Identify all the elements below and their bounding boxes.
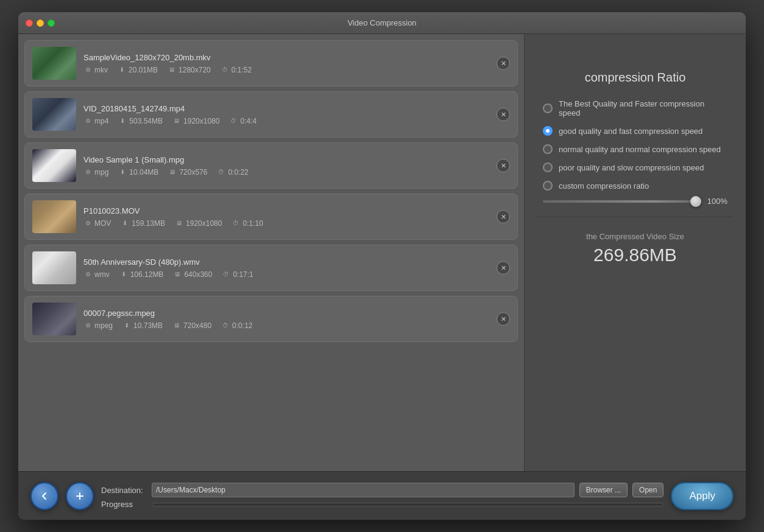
radio-circle-custom[interactable] [543,181,553,191]
resolution-value: 640x360 [184,270,212,279]
back-button[interactable] [30,482,58,510]
radio-option-good[interactable]: good quality and fast compression speed [543,126,727,136]
file-info: Video Sample 1 (Small).mpg ⚙ mpg ⬇ 10.04… [83,155,489,177]
format-icon: ⚙ [83,270,92,279]
size-icon: ⬇ [121,219,129,228]
minimize-window-button[interactable] [37,19,44,27]
resolution-icon: 🖥 [172,117,181,125]
duration-value: 0:1:10 [242,219,263,228]
file-thumbnail [32,303,76,335]
main-window: Video Compression SampleVideo_1280x720_2… [18,12,746,520]
duration-value: 0:1:52 [232,66,252,74]
radio-label-poor: poor quality and slow compression speed [559,163,704,172]
size-meta: ⬇ 159.13MB [121,219,165,228]
radio-option-poor[interactable]: poor quality and slow compression speed [543,163,727,172]
file-info: 00007.pegssc.mpeg ⚙ mpeg ⬇ 10.73MB 🖥 720… [83,309,489,330]
divider [537,217,734,217]
file-thumbnail [32,251,76,284]
file-item: P1010023.MOV ⚙ MOV ⬇ 159.13MB 🖥 1920x108… [24,194,518,240]
file-item: 00007.pegssc.mpeg ⚙ mpeg ⬇ 10.73MB 🖥 720… [24,296,518,342]
format-meta: ⚙ mpg [83,168,108,177]
duration-value: 0:0:12 [232,321,252,330]
apply-button[interactable]: Apply [671,482,734,510]
file-meta: ⚙ mpeg ⬇ 10.73MB 🖥 720x480 ⏱ 0:0:12 [83,321,489,330]
file-item: 50th Anniversary-SD (480p).wmv ⚙ wmv ⬇ 1… [24,245,518,291]
radio-label-best: The Best Quality and Faster compression … [559,99,727,117]
format-value: MOV [94,219,111,228]
duration-meta: ⏱ 0:0:12 [221,321,252,330]
file-meta: ⚙ mp4 ⬇ 503.54MB 🖥 1920x1080 ⏱ 0:4:4 [83,117,489,125]
resolution-icon: 🖥 [172,321,181,330]
resolution-icon: 🖥 [168,168,177,177]
size-value: 159.13MB [132,219,165,228]
duration-meta: ⏱ 0:1:52 [221,66,252,74]
radio-option-custom[interactable]: custom compression ratio [543,181,727,191]
resolution-icon: 🖥 [168,66,176,74]
radio-label-good: good quality and fast compression speed [559,127,702,136]
duration-icon: ⏱ [221,321,230,330]
remove-file-button[interactable]: ✕ [497,108,510,121]
resolution-icon: 🖥 [173,270,182,279]
remove-file-button[interactable]: ✕ [497,159,510,172]
compression-slider-track[interactable] [543,200,701,203]
size-value: 106.12MB [130,270,164,279]
file-name: VID_20180415_142749.mp4 [83,104,489,113]
file-thumbnail [32,47,76,80]
progress-row: Progress [101,500,663,509]
size-meta: ⬇ 503.54MB [118,117,163,125]
file-meta: ⚙ MOV ⬇ 159.13MB 🖥 1920x1080 ⏱ 0:1:10 [83,219,489,228]
add-button[interactable] [66,482,94,510]
open-button[interactable]: Open [632,483,663,497]
resolution-value: 1280x720 [179,66,211,74]
compression-slider-thumb[interactable] [690,196,701,207]
format-icon: ⚙ [83,219,92,228]
radio-label-custom: custom compression ratio [559,181,649,191]
resolution-meta: 🖥 640x360 [173,270,212,279]
radio-label-normal: normal quality and normal compression sp… [559,145,721,154]
compressed-size-value: 269.86MB [593,245,677,265]
resolution-value: 1920x1080 [183,117,219,125]
duration-icon: ⏱ [229,117,238,125]
close-window-button[interactable] [26,19,33,27]
maximize-window-button[interactable] [48,19,55,27]
file-info: P1010023.MOV ⚙ MOV ⬇ 159.13MB 🖥 1920x108… [83,206,489,228]
size-meta: ⬇ 20.01MB [118,66,158,74]
duration-icon: ⏱ [222,270,230,279]
progress-label: Progress [101,500,147,509]
titlebar: Video Compression [18,12,746,34]
format-icon: ⚙ [83,66,92,74]
file-info: VID_20180415_142749.mp4 ⚙ mp4 ⬇ 503.54MB… [83,104,489,125]
remove-file-button[interactable]: ✕ [497,261,510,275]
resolution-value: 720x480 [183,321,211,330]
file-item: SampleVideo_1280x720_20mb.mkv ⚙ mkv ⬇ 20… [24,40,518,86]
size-icon: ⬇ [122,321,131,330]
format-meta: ⚙ MOV [83,219,111,228]
duration-meta: ⏱ 0:4:4 [229,117,256,125]
format-meta: ⚙ wmv [83,270,110,279]
compressed-size-label: the Compressed Video Size [586,232,684,241]
destination-label: Destination: [101,486,147,495]
format-meta: ⚙ mpeg [83,321,113,330]
file-meta: ⚙ mkv ⬇ 20.01MB 🖥 1280x720 ⏱ 0:1:52 [83,66,489,74]
radio-circle-best[interactable] [543,103,553,113]
resolution-meta: 🖥 1920x1080 [175,219,222,228]
radio-option-best[interactable]: The Best Quality and Faster compression … [543,99,727,117]
size-value: 10.04MB [129,168,158,177]
duration-icon: ⏱ [221,66,229,74]
slider-container: 100% [537,191,734,212]
radio-circle-good[interactable] [543,126,553,136]
remove-file-button[interactable]: ✕ [497,312,510,326]
duration-meta: ⏱ 0:17:1 [222,270,253,279]
format-value: mpeg [94,321,113,330]
format-value: mp4 [94,117,108,125]
main-content: SampleVideo_1280x720_20mb.mkv ⚙ mkv ⬇ 20… [18,34,746,471]
format-icon: ⚙ [83,321,92,330]
format-value: wmv [94,270,110,279]
radio-option-normal[interactable]: normal quality and normal compression sp… [543,144,727,154]
browser-button[interactable]: Browser ... [579,483,628,497]
destination-input[interactable] [152,483,575,497]
radio-circle-poor[interactable] [543,163,553,172]
remove-file-button[interactable]: ✕ [497,57,510,70]
radio-circle-normal[interactable] [543,144,553,154]
remove-file-button[interactable]: ✕ [497,210,510,223]
